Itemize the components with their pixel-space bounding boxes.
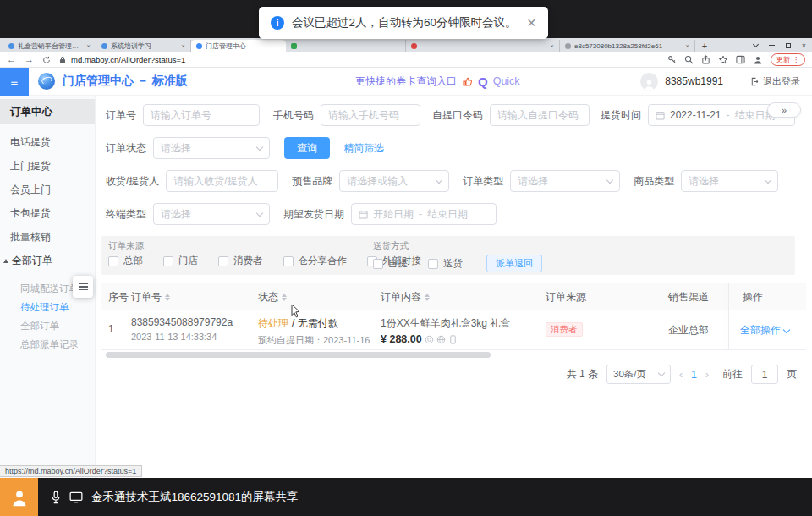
range-separator: - — [419, 208, 422, 220]
phone-input[interactable] — [321, 104, 420, 126]
simple-filter-link[interactable]: 精简筛选 — [343, 141, 384, 156]
screen: i 会议已超过2人，自动转为60分钟限时会议。 ✕ 礼盒营销平台管理中心 × 系… — [0, 0, 812, 516]
prev-page-button[interactable]: ‹ — [679, 369, 683, 381]
cell-index: 1 — [108, 323, 114, 335]
checkbox-label: 门店 — [178, 255, 198, 267]
checkbox-consumer[interactable]: 消费者 — [218, 255, 263, 267]
tab-label: 门店管理中心 — [206, 41, 281, 51]
pickup-start-date[interactable]: 2022-11-21 — [670, 109, 721, 121]
ship-end-placeholder[interactable]: 结束日期 — [427, 207, 468, 222]
user-avatar[interactable] — [640, 73, 658, 91]
share-label: 金禾通技术王斌18662591081的屏幕共享 — [91, 490, 299, 505]
checkbox-label: 总部 — [123, 255, 143, 267]
main-area: 订单中心 电话提货 上门提货 会员上门 卡包提货 批量核销 全部订单 同城配送订… — [0, 96, 812, 478]
quick-q-icon[interactable]: Q — [478, 74, 488, 89]
tab-close-icon[interactable]: × — [685, 42, 689, 50]
window-maximize-button[interactable] — [780, 38, 796, 52]
logout-button[interactable]: 退出登录 — [750, 75, 800, 88]
checkbox-hq[interactable]: 总部 — [108, 255, 143, 267]
tab-favicon — [291, 43, 297, 49]
browser-tab-3-active[interactable]: 门店管理中心 — [191, 40, 286, 52]
all-actions-dropdown[interactable]: 全部操作 — [740, 323, 789, 338]
sidebar-item-phone-pickup[interactable]: 电话提货 — [0, 130, 95, 154]
cell-action: 全部操作 — [740, 323, 789, 338]
chrome-update-button[interactable]: 更新 ⋮ — [771, 53, 805, 66]
tab-search-chevron-icon[interactable] — [748, 38, 764, 52]
sidebar-item-batch-verify[interactable]: 批量核销 — [0, 225, 95, 249]
toast-close-icon[interactable]: ✕ — [527, 16, 537, 30]
sidebar-item-card-pickup[interactable]: 卡包提货 — [0, 201, 95, 225]
mic-icon[interactable] — [50, 491, 62, 504]
hamburger-menu-button[interactable]: ≡ — [0, 68, 29, 96]
reload-icon[interactable] — [42, 56, 51, 64]
update-label: 更新 — [776, 55, 790, 64]
next-page-button[interactable]: › — [705, 369, 709, 381]
promo-link[interactable]: 更快捷的券卡查询入口 — [355, 74, 457, 89]
forward-icon[interactable]: → — [25, 55, 34, 64]
sidebar-sub-pending-orders[interactable]: 待处理订单 — [0, 298, 95, 316]
receiver-input[interactable] — [166, 170, 278, 192]
collapse-panel-button[interactable]: » — [767, 102, 801, 118]
table-row[interactable]: 1 83859345088979792a 2023-11-13 14:33:34… — [102, 310, 806, 350]
back-icon[interactable]: ← — [7, 55, 16, 64]
checkbox-warehouse-share[interactable]: 仓分享合作 — [283, 255, 348, 267]
terminal-type-select[interactable]: 请选择 — [153, 203, 270, 225]
browser-tab-6[interactable]: e8c573080b1328a258fd2e61 × — [560, 40, 695, 52]
pickup-code-input[interactable] — [490, 104, 590, 126]
current-page[interactable]: 1 — [691, 369, 697, 381]
search-button[interactable]: 查询 — [284, 137, 330, 159]
dispatch-return-button[interactable]: 派单退回 — [486, 255, 542, 272]
screen-icon[interactable] — [69, 491, 83, 503]
tab-close-icon[interactable]: × — [86, 42, 91, 50]
side-panel-icon[interactable] — [736, 55, 745, 64]
sidebar-sub-hq-dispatch[interactable]: 总部派单记录 — [0, 335, 95, 354]
order-status-select[interactable]: 请选择 — [153, 137, 270, 159]
tab-close-icon[interactable]: × — [181, 42, 185, 50]
checkbox-icon — [373, 259, 383, 269]
goods-type-select[interactable]: 请选择 — [681, 170, 778, 192]
sidebar-item-member-visit[interactable]: 会员上门 — [0, 178, 95, 201]
col-order-no[interactable]: 订单号 — [131, 283, 170, 310]
ship-start-placeholder[interactable]: 开始日期 — [373, 207, 414, 222]
sidebar-item-door-pickup[interactable]: 上门提货 — [0, 154, 95, 178]
key-icon[interactable] — [667, 55, 677, 64]
zoom-icon[interactable] — [684, 55, 694, 64]
browser-tab-4[interactable] — [286, 40, 406, 52]
window-minimize-button[interactable] — [764, 38, 780, 52]
sidebar-sub-all-orders[interactable]: 全部订单 — [0, 316, 95, 335]
col-content[interactable]: 订单内容 — [381, 283, 430, 310]
sidebar-group-all-orders[interactable]: 全部订单 — [0, 249, 95, 272]
order-number[interactable]: 83859345088979792a — [131, 316, 233, 328]
sort-icon[interactable] — [165, 294, 170, 301]
col-status[interactable]: 状态 — [258, 283, 287, 310]
order-type-select[interactable]: 请选择 — [510, 170, 620, 192]
browser-tab-2[interactable]: 系统培训学习 × — [96, 40, 191, 52]
checkbox-self-pickup[interactable]: 自提 — [373, 257, 408, 270]
page-size-select[interactable]: 30条/页 — [606, 365, 671, 384]
browser-tab-5[interactable]: × — [406, 40, 560, 52]
share-avatar[interactable] — [0, 478, 38, 516]
scrollbar-thumb[interactable] — [106, 352, 491, 358]
tab-close-icon[interactable]: × — [550, 42, 554, 50]
brand-select[interactable]: 请选择或输入 — [339, 170, 449, 192]
order-no-input[interactable] — [143, 104, 260, 126]
person-icon — [10, 488, 29, 507]
new-tab-button[interactable]: + — [699, 40, 710, 52]
toast-message: 会议已超过2人，自动转为60分钟限时会议。 — [292, 15, 517, 30]
checkbox-delivery[interactable]: 送货 — [428, 257, 463, 270]
quick-link[interactable]: Quick — [493, 75, 520, 87]
window-close-button[interactable]: × — [796, 38, 812, 52]
order-no-label: 订单号 — [106, 108, 136, 123]
profile-icon[interactable] — [753, 55, 763, 65]
drag-handle[interactable] — [73, 276, 93, 298]
url-text[interactable]: md.maboy.cn/AllOrder?status=1 — [71, 55, 185, 64]
sort-icon[interactable] — [425, 294, 430, 301]
bookmark-star-icon[interactable] — [718, 55, 728, 65]
currency-symbol: ¥ — [381, 333, 387, 345]
sort-icon[interactable] — [282, 294, 287, 301]
ship-date-range[interactable]: 开始日期 - 结束日期 — [351, 203, 497, 225]
goto-page-input[interactable] — [751, 365, 778, 384]
share-icon[interactable] — [701, 55, 710, 64]
browser-tab-1[interactable]: 礼盒营销平台管理中心 × — [3, 40, 96, 52]
checkbox-store[interactable]: 门店 — [163, 255, 198, 267]
